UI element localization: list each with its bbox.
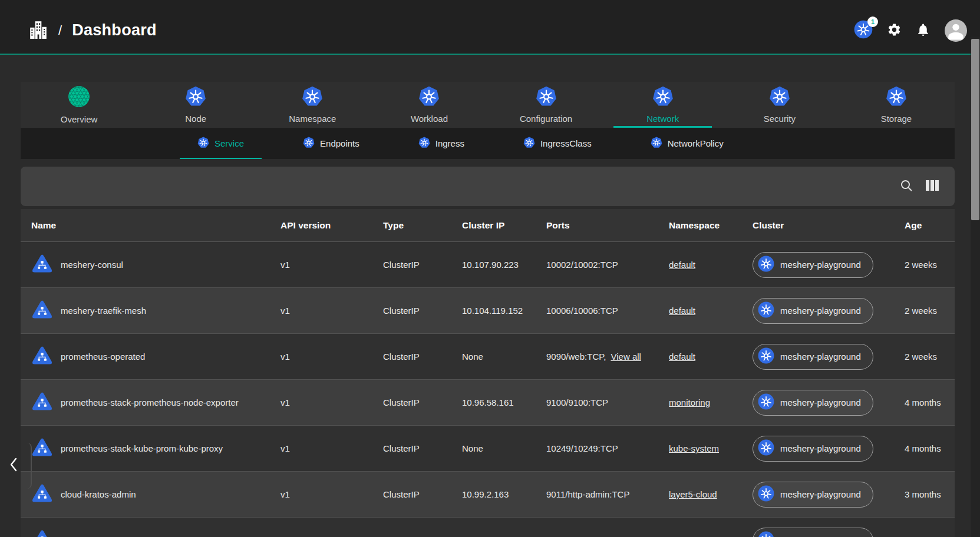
ports-cell: 9100/9100:TCP <box>536 397 658 407</box>
namespace-link[interactable]: layer5-cloud <box>669 489 717 499</box>
meshery-icon <box>68 85 90 110</box>
subtab-endpoints[interactable]: Endpoints <box>303 137 359 150</box>
cluster-ip-cell: None <box>451 352 536 362</box>
column-header-age: Age <box>894 220 955 231</box>
kubernetes-icon <box>652 86 674 110</box>
subtab-networkpolicy[interactable]: NetworkPolicy <box>651 137 724 150</box>
settings-button[interactable] <box>887 22 902 39</box>
service-icon <box>31 299 53 323</box>
kubernetes-icon <box>651 137 662 150</box>
cluster-cell: meshery-playground <box>742 436 894 462</box>
ports-value: 9100/9100:TCP <box>546 397 608 407</box>
service-icon <box>31 253 53 277</box>
tab-node[interactable]: Node <box>137 82 254 128</box>
ports-view-all-link[interactable]: View all <box>611 352 641 362</box>
view-columns-icon <box>925 179 939 194</box>
tab-workload[interactable]: Workload <box>371 82 487 128</box>
tab-label: Namespace <box>289 114 336 124</box>
tab-network[interactable]: Network <box>605 82 721 128</box>
cluster-chip[interactable]: meshery-playground <box>753 482 873 508</box>
tab-label: Overview <box>61 114 98 124</box>
cluster-chip[interactable]: meshery-playground <box>753 252 873 278</box>
table-row: cloud-kratos-admin v1 ClusterIP 10.99.2.… <box>21 472 955 518</box>
table-header-row: NameAPI versionTypeCluster IPPortsNamesp… <box>21 209 955 242</box>
tab-namespace[interactable]: Namespace <box>254 82 371 128</box>
service-icon <box>31 483 53 506</box>
namespace-link[interactable]: default <box>669 352 695 362</box>
cluster-chip[interactable]: meshery-playground <box>753 436 873 462</box>
cluster-chip[interactable]: meshery-playground <box>753 298 873 324</box>
page-scrollbar[interactable] <box>971 37 980 537</box>
service-icon <box>31 391 53 415</box>
services-table: NameAPI versionTypeCluster IPPortsNamesp… <box>21 209 955 537</box>
api-version-cell: v1 <box>270 489 372 499</box>
page-title: Dashboard <box>72 21 157 39</box>
tab-configuration[interactable]: Configuration <box>488 82 605 128</box>
view-columns-button[interactable] <box>925 179 939 194</box>
tab-overview[interactable]: Overview <box>21 82 137 128</box>
kubernetes-icon <box>758 393 774 412</box>
notifications-button[interactable] <box>916 22 930 39</box>
tab-label: Configuration <box>520 114 572 124</box>
cluster-cell: meshery-playground <box>742 298 894 324</box>
kubernetes-icon <box>758 531 774 537</box>
cluster-cell: meshery-playground <box>742 252 894 278</box>
tab-security[interactable]: Security <box>721 82 838 128</box>
dashboard-app: / Dashboard 1 <box>0 0 980 537</box>
age-cell: 2 weeks <box>894 352 955 362</box>
kubernetes-icon <box>536 86 557 110</box>
name-cell: meshery-consul <box>21 253 270 277</box>
cluster-chip[interactable]: meshery-playground <box>753 344 873 370</box>
api-version-cell: v1 <box>270 306 372 316</box>
service-name: cloud-kratos-admin <box>61 489 136 499</box>
search-button[interactable] <box>899 178 913 194</box>
cluster-ip-cell: 10.99.2.163 <box>451 489 536 499</box>
subtab-service[interactable]: Service <box>197 137 244 150</box>
subtab-ingress[interactable]: Ingress <box>418 137 464 150</box>
user-avatar[interactable] <box>945 19 967 42</box>
namespace-link[interactable]: kube-system <box>669 443 719 453</box>
namespace-cell: monitoring <box>658 397 742 407</box>
cluster-cell: meshery-playground <box>742 344 894 370</box>
namespace-link[interactable]: default <box>669 306 695 316</box>
service-icon <box>31 529 53 537</box>
cluster-chip-label: meshery-playground <box>780 489 861 499</box>
namespace-link[interactable]: monitoring <box>669 397 710 407</box>
cluster-chip[interactable]: meshery-playground <box>753 390 873 416</box>
column-header-cluster-ip: Cluster IP <box>451 220 536 231</box>
gear-icon <box>887 22 902 39</box>
age-cell: 4 months <box>894 397 955 407</box>
kubernetes-context-button[interactable]: 1 <box>854 20 873 41</box>
cluster-chip-label: meshery-playground <box>780 443 861 453</box>
cluster-cell: meshery-playground <box>742 482 894 508</box>
ports-cell: 9090/web:TCP,View all <box>536 352 658 362</box>
cluster-cell: meshery-playground <box>742 528 894 537</box>
app-header: / Dashboard 1 <box>0 0 980 54</box>
column-header-ports: Ports <box>536 220 658 231</box>
type-cell: ClusterIP <box>372 260 451 270</box>
tab-label: Storage <box>881 114 912 124</box>
name-cell: cloud-kratos-admin <box>21 483 270 506</box>
scrollbar-thumb[interactable] <box>971 39 979 220</box>
cluster-chip[interactable]: meshery-playground <box>753 528 873 537</box>
ports-value: 10249/10249:TCP <box>546 443 618 453</box>
sidebar-collapse-toggle[interactable] <box>0 443 32 489</box>
service-name: prometheus-stack-prometheus-node-exporte… <box>61 397 239 407</box>
namespace-cell: default <box>658 352 742 362</box>
resource-tabs: Overview Node Namespace Workload Configu… <box>21 82 955 128</box>
kubernetes-icon <box>769 86 790 110</box>
namespace-cell: default <box>658 260 742 270</box>
namespace-link[interactable]: default <box>669 260 695 270</box>
column-header-cluster: Cluster <box>742 220 894 231</box>
cluster-ip-cell: None <box>451 443 536 453</box>
name-cell: prometheus-stack-prometheus-node-exporte… <box>21 391 270 415</box>
tab-storage[interactable]: Storage <box>838 82 955 128</box>
tab-label: Workload <box>411 114 448 124</box>
tab-label: Node <box>185 114 206 124</box>
kubernetes-icon <box>197 137 209 150</box>
cluster-chip-label: meshery-playground <box>780 260 861 270</box>
subtab-ingressclass[interactable]: IngressClass <box>523 137 592 150</box>
kubernetes-icon <box>758 256 774 274</box>
ports-cell: 9011/http-admin:TCP <box>536 489 658 499</box>
resource-card: Overview Node Namespace Workload Configu… <box>21 82 955 159</box>
